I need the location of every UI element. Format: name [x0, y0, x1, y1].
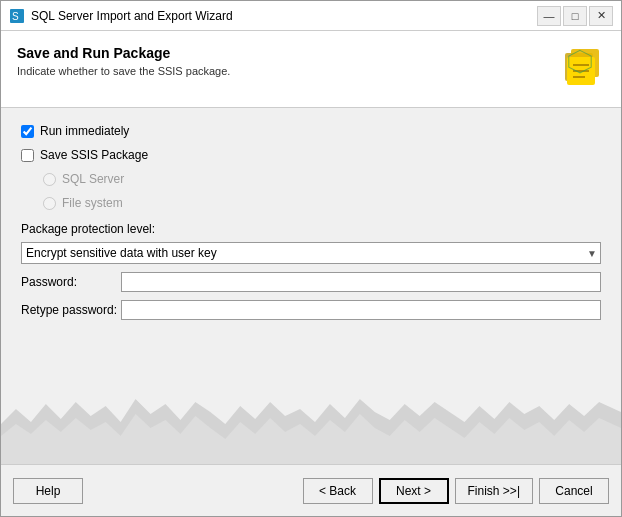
close-button[interactable]: ✕ [589, 6, 613, 26]
minimize-button[interactable]: — [537, 6, 561, 26]
back-button[interactable]: < Back [303, 478, 373, 504]
file-system-radio[interactable] [43, 197, 56, 210]
header-icon [557, 45, 605, 93]
content-area: Run immediately Save SSIS Package SQL Se… [1, 108, 621, 384]
title-bar-text: SQL Server Import and Export Wizard [31, 9, 537, 23]
sql-server-radio[interactable] [43, 173, 56, 186]
file-system-radio-row: File system [43, 196, 601, 210]
save-ssis-row: Save SSIS Package [21, 148, 601, 162]
title-bar: S SQL Server Import and Export Wizard — … [1, 1, 621, 31]
password-input[interactable] [121, 272, 601, 292]
next-button[interactable]: Next > [379, 478, 449, 504]
retype-password-label: Retype password: [21, 303, 121, 317]
protection-level-label: Package protection level: [21, 222, 601, 236]
app-icon: S [9, 8, 25, 24]
sql-server-label[interactable]: SQL Server [62, 172, 124, 186]
save-ssis-checkbox[interactable] [21, 149, 34, 162]
header-area: Save and Run Package Indicate whether to… [1, 31, 621, 108]
run-immediately-checkbox[interactable] [21, 125, 34, 138]
save-ssis-label[interactable]: Save SSIS Package [40, 148, 148, 162]
header-text-block: Save and Run Package Indicate whether to… [17, 45, 557, 77]
jagged-svg [1, 384, 621, 464]
protection-level-group: Package protection level: Encrypt sensit… [21, 222, 601, 264]
header-subtitle: Indicate whether to save the SSIS packag… [17, 65, 557, 77]
retype-password-row: Retype password: [21, 300, 601, 320]
window-controls: — □ ✕ [537, 6, 613, 26]
run-immediately-label[interactable]: Run immediately [40, 124, 129, 138]
protection-dropdown-wrapper: Encrypt sensitive data with user key Do … [21, 242, 601, 264]
help-button[interactable]: Help [13, 478, 83, 504]
finish-button[interactable]: Finish >>| [455, 478, 533, 504]
file-system-label[interactable]: File system [62, 196, 123, 210]
run-immediately-row: Run immediately [21, 124, 601, 138]
cancel-button[interactable]: Cancel [539, 478, 609, 504]
sql-server-radio-row: SQL Server [43, 172, 601, 186]
footer-left: Help [13, 478, 303, 504]
retype-password-input[interactable] [121, 300, 601, 320]
svg-text:S: S [12, 11, 19, 22]
password-label: Password: [21, 275, 121, 289]
protection-level-dropdown[interactable]: Encrypt sensitive data with user key Do … [21, 242, 601, 264]
footer-right: < Back Next > Finish >>| Cancel [303, 478, 609, 504]
header-title: Save and Run Package [17, 45, 557, 61]
maximize-button[interactable]: □ [563, 6, 587, 26]
wizard-window: S SQL Server Import and Export Wizard — … [0, 0, 622, 517]
footer: Help < Back Next > Finish >>| Cancel [1, 464, 621, 516]
password-row: Password: [21, 272, 601, 292]
jagged-decoration [1, 384, 621, 464]
